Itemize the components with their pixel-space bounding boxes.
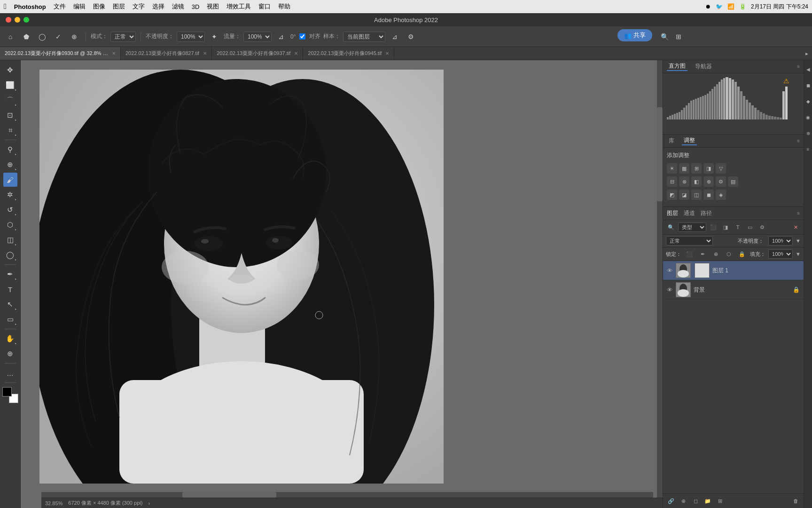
adj-hue[interactable]: ⊟ xyxy=(667,176,677,187)
tab-2-close[interactable]: ✕ xyxy=(294,51,298,56)
object-select-tool[interactable]: ⊡▸ xyxy=(3,108,17,122)
adj-bw[interactable]: ◧ xyxy=(691,176,702,187)
lasso-tool[interactable]: ⌒▸ xyxy=(3,93,17,107)
layer-delete[interactable]: 🗑 xyxy=(790,496,801,506)
adj-posterize[interactable]: ◪ xyxy=(679,190,689,200)
lock-artboard[interactable]: ⊕ xyxy=(710,249,721,259)
layer-smart-filter[interactable]: ⚙ xyxy=(757,222,767,232)
lock-position[interactable]: ✒ xyxy=(697,249,708,259)
menu-help[interactable]: 帮助 xyxy=(278,2,290,11)
layer-link[interactable]: 🔗 xyxy=(666,496,676,506)
clone-tool[interactable]: ✲▸ xyxy=(3,188,17,202)
layer-filter-toggle[interactable]: 🔍 xyxy=(666,222,676,232)
menu-window[interactable]: 窗口 xyxy=(258,2,271,11)
gradient-tool[interactable]: ◫▸ xyxy=(3,233,17,247)
menu-3d[interactable]: 3D xyxy=(192,3,200,10)
sample-select[interactable]: 当前图层 xyxy=(343,32,385,42)
panel-options-5[interactable]: ≡ xyxy=(803,144,812,154)
histogram-collapse[interactable]: ≡ xyxy=(797,64,800,69)
tab-more-button[interactable]: ▸ xyxy=(802,47,812,60)
angle2-button[interactable]: ⊿ xyxy=(388,30,401,43)
layer-new-group[interactable]: 📁 xyxy=(703,496,713,506)
eyedropper-tool[interactable]: ⚲▸ xyxy=(3,143,17,157)
foreground-color[interactable] xyxy=(2,387,12,397)
text-tool[interactable]: T xyxy=(3,282,17,296)
rect-select-tool[interactable]: ⬜▸ xyxy=(3,78,17,92)
adj-curves[interactable]: ⊞ xyxy=(691,163,702,174)
layer-0-vis[interactable]: 👁 xyxy=(667,267,673,274)
align-checkbox[interactable] xyxy=(299,33,305,40)
layer-add-style[interactable]: ⊕ xyxy=(678,496,688,506)
tab-0-close[interactable]: ✕ xyxy=(112,51,116,56)
search-button[interactable]: 🔍 xyxy=(658,30,671,43)
tab-1[interactable]: 2022.02.13粟栗小好肖像0827.tif ✕ xyxy=(121,47,212,60)
v-scroll-thumb[interactable] xyxy=(657,107,663,201)
adj-color-lookup[interactable]: ▤ xyxy=(728,176,738,187)
vertical-scrollbar[interactable] xyxy=(657,60,663,498)
adj-threshold[interactable]: ◫ xyxy=(691,190,702,200)
close-button[interactable] xyxy=(6,17,11,23)
layer-item-0[interactable]: 👁 图层 1 xyxy=(663,261,804,280)
adj-channel-mixer[interactable]: ⚙ xyxy=(716,176,726,187)
flow-select[interactable]: 100% xyxy=(243,32,272,42)
fill-select[interactable]: 100% xyxy=(768,249,793,259)
panel-options-4[interactable]: ⊕ xyxy=(803,128,812,138)
history-brush-tool[interactable]: ↺▸ xyxy=(3,203,17,217)
tab-1-close[interactable]: ✕ xyxy=(203,51,207,56)
menu-file[interactable]: 文件 xyxy=(54,2,66,11)
adj-gradient-map[interactable]: ◼ xyxy=(703,190,714,200)
layer-text-filter[interactable]: T xyxy=(733,222,743,232)
spot-heal-tool[interactable]: ⊕▸ xyxy=(3,158,17,172)
menu-text[interactable]: 文字 xyxy=(133,2,145,11)
layer-item-1[interactable]: 👁 背景 🔒 xyxy=(663,280,804,300)
home-button[interactable]: ⌂ xyxy=(4,30,17,43)
adjustments-tab[interactable]: 调整 xyxy=(682,136,697,145)
tab-3-close[interactable]: ✕ xyxy=(385,51,389,56)
adj-brightness[interactable]: ☀ xyxy=(667,163,677,174)
airbrush-button[interactable]: ✦ xyxy=(208,30,221,43)
lock-pixels[interactable]: ⬛ xyxy=(684,249,695,259)
horizontal-scrollbar[interactable] xyxy=(41,492,653,498)
navigator-tab[interactable]: 导航器 xyxy=(693,63,714,71)
canvas-area[interactable]: 32.85% 6720 像素 × 4480 像素 (300 ppi) › xyxy=(21,60,663,508)
panel-options-3[interactable]: ◉ xyxy=(803,112,812,122)
adj-photo-filter[interactable]: ⊕ xyxy=(703,176,714,187)
share-button[interactable]: 👥 共享 xyxy=(617,29,652,41)
angle-button[interactable]: ⊿ xyxy=(274,30,288,43)
layer-new[interactable]: ⊞ xyxy=(715,496,725,506)
zoom-tool[interactable]: ⊕ xyxy=(3,347,17,361)
minimize-button[interactable] xyxy=(15,17,20,23)
brush-tool[interactable]: 🖌 xyxy=(3,173,17,187)
more-tools[interactable]: … xyxy=(3,366,17,380)
layout-button[interactable]: ⊞ xyxy=(672,30,685,43)
tab-2[interactable]: 2022.02.13粟栗小好肖像0937.tif ✕ xyxy=(212,47,303,60)
tab-0[interactable]: 2022.02.13粟栗小好肖像0930.tif @ 32.8% (图层 1, … xyxy=(0,47,121,60)
adj-selective[interactable]: ◈ xyxy=(716,190,726,200)
histogram-tab[interactable]: 直方图 xyxy=(667,62,687,71)
lib-tab[interactable]: 库 xyxy=(667,137,676,145)
paths-tab[interactable]: 路径 xyxy=(701,209,712,217)
layer-pixel-filter[interactable]: ⬛ xyxy=(708,222,718,232)
adj-levels[interactable]: ▦ xyxy=(679,163,689,174)
channels-tab[interactable]: 通道 xyxy=(684,209,695,217)
menu-view[interactable]: 视图 xyxy=(207,2,219,11)
toggle-button[interactable]: ✓ xyxy=(52,30,65,43)
expand-status[interactable]: › xyxy=(148,500,150,506)
h-scroll-thumb[interactable] xyxy=(182,492,276,498)
layers-tab[interactable]: 图层 xyxy=(667,209,678,217)
collapse-right-panel[interactable]: ◀ xyxy=(803,64,812,74)
adj-color-balance[interactable]: ⊗ xyxy=(679,176,689,187)
menu-image[interactable]: 图像 xyxy=(93,2,105,11)
hand-tool[interactable]: ✋▸ xyxy=(3,332,17,346)
opacity-select[interactable]: 100% xyxy=(177,32,205,42)
panel-options-1[interactable]: ◼ xyxy=(803,80,812,90)
brush-size-button[interactable]: ◯ xyxy=(36,30,49,43)
adj-collapse[interactable]: ≡ xyxy=(797,138,800,143)
menu-plugins[interactable]: 增效工具 xyxy=(226,2,251,11)
adj-invert[interactable]: ◩ xyxy=(667,190,677,200)
panel-options-2[interactable]: ◆ xyxy=(803,96,812,106)
apple-menu[interactable]:  xyxy=(4,2,7,11)
history-button[interactable]: ⊕ xyxy=(68,30,81,43)
brush-options-button[interactable]: ⬟ xyxy=(20,30,33,43)
menu-filter[interactable]: 滤镜 xyxy=(172,2,184,11)
